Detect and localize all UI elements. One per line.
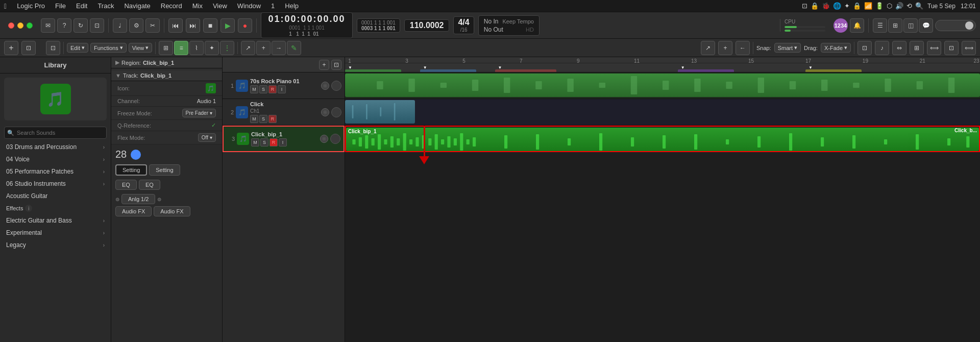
- maximize-button[interactable]: [27, 22, 33, 29]
- track-vol-3[interactable]: [330, 134, 340, 144]
- view-wave-button[interactable]: ⌇: [189, 41, 204, 55]
- library-item-performance[interactable]: 05 Performance Patches ›: [0, 165, 111, 178]
- globe-icon[interactable]: 🌐: [833, 2, 841, 10]
- snap-dropdown[interactable]: Smart ▾: [774, 43, 801, 53]
- grid-icon[interactable]: ⊞: [888, 18, 902, 33]
- tempo-display[interactable]: 110.0002: [404, 19, 450, 32]
- flame-icon[interactable]: 🐞: [822, 2, 830, 10]
- track-knob-1[interactable]: [321, 82, 329, 90]
- vpn-icon[interactable]: 🔒: [853, 2, 861, 10]
- menu-file[interactable]: File: [51, 1, 70, 11]
- setting1-button[interactable]: Setting: [115, 164, 147, 176]
- input3-button[interactable]: I: [279, 138, 287, 146]
- collapse-icon[interactable]: ▶: [115, 59, 119, 66]
- pointer-tool[interactable]: ↗: [241, 41, 255, 55]
- view-midi-button[interactable]: ✦: [205, 41, 219, 55]
- align-button[interactable]: ⊡: [857, 41, 872, 55]
- library-item-electric[interactable]: Electric Guitar and Bass ›: [0, 214, 111, 227]
- track-icon-1[interactable]: 🎵: [236, 80, 248, 92]
- track-vol-2[interactable]: [331, 107, 341, 117]
- user-avatar[interactable]: 1234: [834, 18, 848, 33]
- expand-button[interactable]: ⇔: [892, 41, 906, 55]
- back-button[interactable]: ←: [736, 41, 750, 55]
- track-collapse-icon[interactable]: ▼: [115, 72, 121, 79]
- track-knob-2[interactable]: [321, 108, 329, 116]
- loop-icon[interactable]: ↻: [74, 18, 88, 33]
- chat-icon[interactable]: 💬: [919, 18, 933, 33]
- library-item-experimental[interactable]: Experimental ›: [0, 227, 111, 239]
- rec3-button[interactable]: R: [270, 138, 278, 146]
- list-icon[interactable]: ☰: [873, 18, 887, 33]
- play-button[interactable]: ▶: [220, 18, 235, 33]
- menu-track[interactable]: Track: [93, 1, 118, 11]
- scroll-button[interactable]: ⟺: [927, 41, 941, 55]
- search-icon[interactable]: 🔍: [915, 2, 923, 10]
- menu-1[interactable]: 1: [267, 1, 279, 11]
- stop-button[interactable]: ■: [203, 18, 217, 33]
- plus-tool[interactable]: +: [256, 41, 271, 55]
- menu-edit[interactable]: Edit: [72, 1, 91, 11]
- rec2-button[interactable]: R: [268, 115, 277, 123]
- volume-icon[interactable]: 🔊: [895, 2, 903, 10]
- snap-cursor-button[interactable]: ↗: [701, 41, 715, 55]
- settings-icon[interactable]: ⚙: [129, 18, 143, 33]
- track-knob-3[interactable]: [320, 135, 328, 143]
- clip-3[interactable]: Click_bip_1: [346, 128, 979, 151]
- mute2-button[interactable]: M: [250, 115, 258, 123]
- info-icon[interactable]: ?: [57, 18, 71, 33]
- freeze-dropdown[interactable]: Pre Fader ▾: [182, 109, 216, 117]
- menu-help[interactable]: Help: [281, 1, 303, 11]
- mute3-button[interactable]: M: [251, 138, 259, 146]
- clip-2[interactable]: [345, 100, 415, 124]
- clip-1[interactable]: [345, 74, 980, 97]
- menu-logic-pro[interactable]: Logic Pro: [13, 1, 49, 11]
- view-grid-button[interactable]: ≡: [174, 41, 188, 55]
- library-item-voice[interactable]: 04 Voice ›: [0, 153, 111, 165]
- eq2-button[interactable]: EQ: [139, 180, 160, 190]
- eq1-button[interactable]: EQ: [115, 180, 137, 190]
- close-button[interactable]: [8, 22, 14, 29]
- add-track-button[interactable]: +: [4, 41, 18, 55]
- functions-dropdown[interactable]: Functions ▾: [90, 43, 127, 53]
- midi-button[interactable]: ⊡: [21, 41, 36, 55]
- mute1-button[interactable]: M: [250, 85, 258, 93]
- menu-navigate[interactable]: Navigate: [120, 1, 154, 11]
- battery-icon[interactable]: 🔋: [875, 2, 884, 10]
- view-list-button[interactable]: ⊞: [159, 41, 173, 55]
- record-button[interactable]: ●: [238, 18, 252, 33]
- menu-view[interactable]: View: [209, 1, 231, 11]
- library-item-effects[interactable]: Effects i: [0, 202, 111, 214]
- extra2-button[interactable]: ⟺: [962, 41, 976, 55]
- global-toggle[interactable]: [935, 20, 976, 31]
- minimize-button[interactable]: [17, 22, 23, 29]
- solo1-button[interactable]: S: [259, 85, 267, 93]
- library-item-studio[interactable]: 06 Studio Instruments ›: [0, 178, 111, 190]
- rec2-button[interactable]: ⊡: [46, 41, 60, 55]
- audiofx1-button[interactable]: Audio FX: [115, 206, 152, 216]
- library-item-legacy[interactable]: Legacy ›: [0, 239, 111, 251]
- rewind-button[interactable]: ⏮: [168, 18, 183, 33]
- arrow-tool[interactable]: →: [272, 41, 286, 55]
- fast-forward-button[interactable]: ⏭: [186, 18, 200, 33]
- effects-info-icon[interactable]: i: [25, 205, 32, 212]
- rec1-button[interactable]: R: [268, 85, 277, 93]
- menu-window[interactable]: Window: [233, 1, 265, 11]
- time-machine-icon[interactable]: ⟲: [906, 2, 912, 10]
- anlg-button[interactable]: Anlg 1/2: [121, 194, 155, 204]
- library-item-drums[interactable]: 03 Drums and Percussion ›: [0, 141, 111, 153]
- library-item-acoustic[interactable]: Acoustic Guitar: [0, 190, 111, 202]
- add-track-header-button[interactable]: +: [319, 60, 329, 70]
- screen-icon[interactable]: ⊡: [802, 2, 807, 10]
- audiofx2-button[interactable]: Audio FX: [154, 206, 190, 216]
- setting2-button[interactable]: Setting: [149, 164, 180, 176]
- view-dropdown[interactable]: View ▾: [129, 43, 153, 53]
- scissors-icon[interactable]: ✂: [145, 18, 160, 33]
- metronome-icon[interactable]: ♩: [113, 18, 127, 33]
- audio-icon[interactable]: ◫: [903, 18, 918, 33]
- input1-button[interactable]: I: [278, 85, 286, 93]
- volume-button[interactable]: ♪: [875, 41, 889, 55]
- record-header-button[interactable]: ⊡: [331, 60, 341, 70]
- extra-button[interactable]: ⊡: [944, 41, 959, 55]
- library-search-input[interactable]: [4, 127, 107, 139]
- zoom-button[interactable]: ⊞: [910, 41, 924, 55]
